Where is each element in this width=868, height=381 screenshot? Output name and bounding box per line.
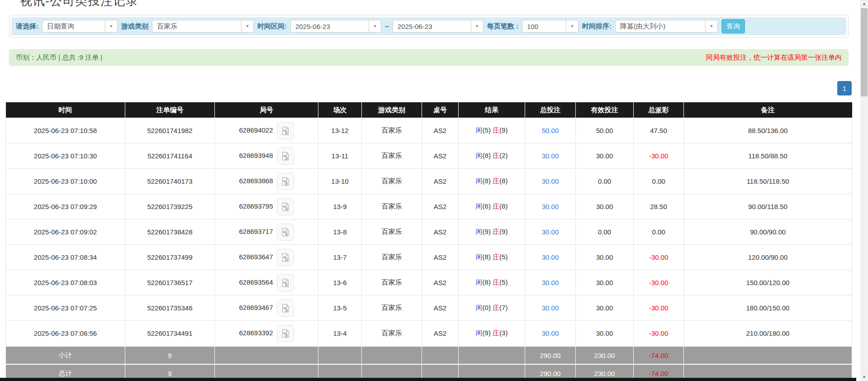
table-row: 2025-06-23 07:09:29 522601739225 6286937…	[6, 194, 852, 219]
time-sort-label: 时间排序:	[582, 22, 612, 31]
cell-session: 13-11	[318, 143, 362, 169]
cell-time: 2025-06-23 07:07:25	[6, 295, 125, 321]
chevron-down-icon[interactable]: ▼	[705, 20, 717, 32]
cell-time: 2025-06-23 07:08:34	[6, 245, 125, 270]
subtotal-row: 小计 9 290.00 230.00 -74.00	[6, 346, 852, 364]
table-row: 2025-06-23 07:06:56 522601734491 6286933…	[6, 321, 852, 347]
scroll-up-icon[interactable]: ▲	[860, 0, 868, 8]
table-footer: 小计 9 290.00 230.00 -74.00 总计 9 290.00 23…	[6, 346, 852, 381]
total-bet-link[interactable]: 30.00	[542, 279, 559, 286]
game-type-select[interactable]: 百家乐 ▼	[152, 20, 254, 33]
subtotal-payout: -74.00	[634, 346, 684, 364]
page-button-1[interactable]: 1	[837, 81, 852, 95]
cell-bet-id: 522601738428	[125, 219, 215, 245]
total-bet-link[interactable]: 30.00	[542, 329, 559, 337]
cell-table-no: AS2	[422, 118, 459, 143]
total-bet-link[interactable]: 30.00	[542, 152, 559, 160]
cell-bet-id: 522601740173	[125, 169, 215, 194]
video-record-icon	[280, 176, 290, 186]
cell-total-bet: 30.00	[525, 295, 576, 321]
col-table-no: 桌号	[422, 102, 459, 118]
cell-game-type: 百家乐	[362, 321, 422, 347]
total-bet-link[interactable]: 30.00	[542, 177, 559, 185]
cell-total-bet: 30.00	[525, 270, 576, 295]
total-bet-link[interactable]: 30.00	[542, 203, 559, 210]
video-record-button[interactable]	[277, 148, 294, 165]
chevron-down-icon[interactable]: ▼	[566, 20, 578, 32]
video-record-button[interactable]	[277, 122, 294, 139]
total-bet-link[interactable]: 30.00	[542, 228, 559, 236]
cell-valid-bet: 50.00	[576, 118, 634, 143]
subtotal-label: 小计	[6, 346, 125, 364]
cell-total-bet: 30.00	[525, 321, 576, 347]
currency-total-text: 币别：人民币 | 总共 :9 注单 |	[16, 53, 102, 62]
cell-remark: 150.00/120.00	[684, 270, 852, 295]
result-banker-label: 庄	[493, 329, 499, 337]
table-body: 2025-06-23 07:10:58 522601741982 6286940…	[6, 118, 852, 347]
video-record-button[interactable]	[277, 249, 294, 266]
round-id-value: 628693647	[239, 252, 273, 260]
cell-total-bet: 30.00	[525, 169, 576, 194]
video-record-button[interactable]	[277, 198, 294, 215]
total-bet-link[interactable]: 30.00	[542, 304, 559, 312]
search-button[interactable]: 查询	[721, 19, 745, 33]
table-row: 2025-06-23 07:08:03 522601736517 6286935…	[6, 270, 852, 295]
subtotal-count: 9	[125, 346, 215, 364]
cell-result: 闲(8) 庄(8)	[459, 169, 525, 194]
result-banker-value: (2)	[499, 152, 508, 159]
col-payout: 总派彩	[634, 102, 684, 118]
video-record-button[interactable]	[277, 325, 294, 342]
cell-payout: -30.00	[634, 270, 684, 295]
result-player-value: (9)	[483, 228, 491, 235]
subtotal-total-bet: 290.00	[525, 346, 576, 364]
video-record-button[interactable]	[277, 274, 294, 291]
per-page-select[interactable]: 100 ▼	[522, 20, 579, 33]
cell-time: 2025-06-23 07:10:30	[6, 143, 125, 169]
result-player-label: 闲	[476, 177, 483, 185]
result-banker-value: (9)	[499, 126, 508, 134]
round-id-value: 628693717	[239, 227, 273, 235]
total-bet-link[interactable]: 50.00	[542, 127, 559, 134]
video-record-button[interactable]	[277, 173, 294, 190]
chevron-down-icon[interactable]: ▼	[369, 20, 381, 32]
cell-session: 13-6	[318, 270, 362, 295]
chevron-down-icon[interactable]: ▼	[241, 20, 253, 32]
cell-round-id: 628693868	[215, 169, 318, 194]
records-table: 时间 注单编号 局号 场次 游戏类别 桌号 结果 总投注 有效投注 总派彩 备注…	[5, 102, 852, 381]
video-record-button[interactable]	[277, 300, 294, 317]
cell-remark: 120.00/90.00	[684, 245, 852, 270]
result-player-value: (8)	[483, 253, 491, 261]
cell-table-no: AS2	[422, 169, 459, 194]
col-result: 结果	[459, 102, 525, 118]
time-sort-value: 降冪(由大到小)	[616, 20, 705, 32]
cell-result: 闲(8) 庄(5)	[459, 270, 525, 295]
cell-game-type: 百家乐	[362, 295, 422, 321]
filter-panel: 请选择: 日期查询 ▼ 游戏类别 百家乐 ▼ 时间区间: 2025-06-23 …	[9, 15, 849, 38]
scroll-down-icon[interactable]: ▼	[860, 373, 868, 381]
table-row: 2025-06-23 07:10:00 522601740173 6286938…	[6, 169, 852, 194]
cell-valid-bet: 30.00	[576, 295, 634, 321]
result-banker-label: 庄	[493, 253, 499, 261]
result-player-value: (6)	[483, 202, 491, 210]
time-range-label: 时间区间:	[257, 22, 287, 31]
query-type-select[interactable]: 日期查询 ▼	[42, 20, 118, 33]
video-record-button[interactable]	[277, 224, 294, 241]
cell-payout: -30.00	[634, 143, 684, 169]
chevron-down-icon[interactable]: ▼	[105, 20, 117, 32]
table-row: 2025-06-23 07:10:30 522601741164 6286939…	[6, 143, 852, 169]
date-from-input[interactable]: 2025-06-23 ▼	[290, 20, 381, 33]
result-player-value: (8)	[483, 177, 491, 185]
date-from-value: 2025-06-23	[291, 20, 369, 32]
vertical-scrollbar[interactable]: ▲ ▼	[860, 0, 868, 381]
col-session: 场次	[318, 102, 362, 118]
scrollbar-thumb[interactable]	[861, 8, 868, 96]
date-to-input[interactable]: 2025-06-23 ▼	[393, 20, 484, 33]
total-bet-link[interactable]: 30.00	[542, 253, 559, 261]
cell-bet-id: 522601741982	[125, 118, 215, 143]
chevron-down-icon[interactable]: ▼	[471, 20, 483, 32]
time-sort-select[interactable]: 降冪(由大到小) ▼	[615, 20, 718, 33]
game-type-value: 百家乐	[152, 20, 241, 32]
result-player-label: 闲	[476, 152, 483, 159]
result-banker-label: 庄	[493, 126, 499, 134]
cell-round-id: 628693392	[215, 321, 318, 347]
